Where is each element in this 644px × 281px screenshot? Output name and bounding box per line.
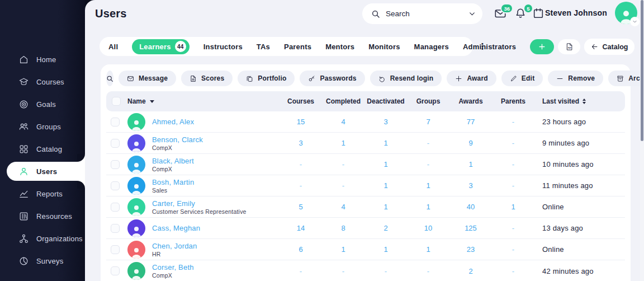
completed-count[interactable]: 4 [322,203,364,211]
more-tabs-button[interactable]: ⋮ [477,41,487,52]
sidebar-item-resources[interactable]: Resources [0,205,85,227]
tab-managers[interactable]: Managers [414,43,449,51]
archive-button[interactable]: Archive [608,71,644,86]
sidebar-item-groups[interactable]: Groups [0,115,85,138]
awards-count[interactable]: 40 [449,203,492,211]
completed-count[interactable]: 4 [322,118,364,126]
search-input[interactable]: Search [362,3,482,24]
groups-count[interactable]: 1 [407,245,449,254]
row-checkbox[interactable] [111,181,120,190]
sidebar-item-users[interactable]: Users [7,162,85,181]
courses-count[interactable]: 3 [280,139,322,147]
resend-login-button[interactable]: Resend login [370,71,442,86]
sidebar-item-organizations[interactable]: Organizations [0,227,85,250]
groups-count[interactable]: 1 [407,181,449,190]
deactivated-count[interactable]: 3 [364,118,407,126]
user-name-link[interactable]: Chen, Jordan [152,242,280,250]
sidebar-item-courses[interactable]: Courses [0,71,85,93]
deactivated-count[interactable]: 1 [364,181,407,190]
parents-count[interactable]: 1 [492,203,534,211]
user-name-link[interactable]: Corser, Beth [152,263,280,271]
column-header-deactivated[interactable]: Deactivated [364,97,407,105]
sidebar-item-goals[interactable]: Goals [0,93,85,115]
chevron-down-icon[interactable] [468,10,476,17]
tab-instructors[interactable]: Instructors [203,43,243,51]
courses-count[interactable]: 6 [280,245,322,254]
courses-count[interactable]: 15 [280,118,322,126]
user-name-link[interactable]: Bosh, Martin [152,178,280,186]
column-header-courses[interactable]: Courses [280,97,322,105]
courses-count[interactable]: 14 [280,224,322,232]
row-checkbox[interactable] [111,245,120,254]
tab-mentors[interactable]: Mentors [325,43,354,51]
column-header-awards[interactable]: Awards [449,97,492,105]
add-user-button[interactable] [530,39,554,54]
table-search-button[interactable] [106,71,113,86]
awards-count[interactable]: 23 [449,245,492,254]
deactivated-count[interactable]: 1 [364,160,407,168]
notifications-button[interactable]: 5 [514,7,528,21]
tab-tas[interactable]: TAs [257,43,270,51]
select-all-checkbox[interactable] [112,97,121,106]
row-checkbox[interactable] [111,139,120,148]
table-row[interactable]: Carter, EmilyCustomer Services Represent… [106,196,625,218]
courses-count[interactable]: 5 [280,203,322,211]
column-header-groups[interactable]: Groups [407,97,449,105]
export-pdf-button[interactable]: PDF [558,39,580,54]
tab-monitors[interactable]: Monitors [368,43,400,51]
awards-count[interactable]: 9 [449,139,492,147]
column-header-name[interactable]: Name [127,97,280,105]
tab-parents[interactable]: Parents [284,43,311,51]
scores-button[interactable]: Scores [181,71,233,86]
avatar[interactable] [615,2,637,24]
table-row[interactable]: Benson, ClarckCompX311-9-9 minutes ago [106,133,625,154]
back-to-catalog-button[interactable]: Catalog [584,39,634,55]
profile-menu[interactable]: Steven Johnson [545,0,637,26]
awards-count[interactable]: 125 [449,224,492,232]
deactivated-count[interactable]: 1 [364,203,407,211]
row-checkbox[interactable] [111,160,120,169]
message-button[interactable]: Message [119,71,176,86]
calendar-button[interactable] [532,7,546,21]
user-name-link[interactable]: Benson, Clarck [152,135,280,144]
table-row[interactable]: Black, AlbertCompX--1-1-10 minutes ago [106,154,625,175]
groups-count[interactable]: 7 [407,118,449,126]
profile-chevron[interactable] [630,17,640,26]
awards-count[interactable]: 3 [449,181,492,190]
completed-count[interactable]: 8 [322,224,364,232]
scrollbar-thumb[interactable] [641,0,643,141]
row-checkbox[interactable] [111,266,120,275]
user-name-link[interactable]: Carter, Emily [152,199,280,208]
messages-button[interactable]: 36 [494,7,508,21]
user-name-link[interactable]: Black, Albert [152,157,280,165]
awards-count[interactable]: 1 [449,160,492,168]
user-name-link[interactable]: Cass, Meghan [152,224,280,232]
column-header-parents[interactable]: Parents [492,97,534,105]
portfolio-button[interactable]: Portfolio [238,71,295,86]
edit-button[interactable]: Edit [501,71,543,86]
table-row[interactable]: Corser, BethCompX----2-42 minutes ago [106,260,625,281]
column-header-completed[interactable]: Completed [322,97,364,105]
completed-count[interactable]: 1 [322,245,364,254]
groups-count[interactable]: 10 [407,224,449,232]
groups-count[interactable]: 1 [407,203,449,211]
sidebar-item-surveys[interactable]: Surveys [0,250,85,272]
user-name-link[interactable]: Ahmed, Alex [152,118,280,126]
deactivated-count[interactable]: 1 [364,139,407,147]
row-checkbox[interactable] [111,224,120,233]
sidebar-item-catalog[interactable]: Catalog [0,138,85,160]
award-button[interactable]: Award [447,71,496,86]
row-checkbox[interactable] [111,118,120,127]
deactivated-count[interactable]: 2 [364,224,407,232]
row-checkbox[interactable] [111,203,120,212]
tab-administrators[interactable]: Administrators [463,43,516,51]
tab-learners[interactable]: Learners44 [132,39,190,54]
table-row[interactable]: Chen, JordanHR611123-Online [106,239,625,260]
sidebar-item-reports[interactable]: Reports [0,182,85,205]
remove-button[interactable]: Remove [548,71,603,86]
table-row[interactable]: Ahmed, Alex1543777-23 hours ago [106,111,625,133]
scrollbar-track[interactable] [640,0,644,281]
table-row[interactable]: Cass, Meghan148210125-13 days ago [106,218,625,239]
awards-count[interactable]: 77 [449,118,492,126]
passwords-button[interactable]: Passwords [300,71,364,86]
